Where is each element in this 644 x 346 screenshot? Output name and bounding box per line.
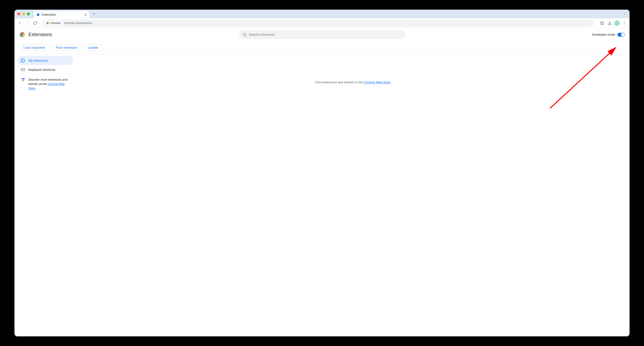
site-chip[interactable]: Chrome [44, 21, 62, 25]
url-text: chrome://extensions [64, 21, 92, 25]
window-controls [16, 12, 32, 15]
svg-point-7 [21, 33, 24, 36]
forward-button[interactable] [24, 20, 31, 26]
chrome-logo-icon [19, 32, 25, 37]
web-store-icon [21, 77, 26, 82]
svg-point-3 [624, 22, 625, 22]
update-button[interactable]: Update [84, 44, 102, 51]
bookmark-button[interactable] [599, 20, 606, 26]
reload-button[interactable] [32, 20, 38, 26]
page-title: Extensions [28, 32, 52, 37]
tab-title: Extensions [42, 13, 56, 16]
svg-point-4 [624, 23, 625, 23]
search-box[interactable] [239, 30, 405, 39]
content-body: My extensions Keyboard shortcuts Discove… [14, 54, 630, 336]
sidebar-item-keyboard-shortcuts[interactable]: Keyboard shortcuts [17, 65, 73, 74]
svg-point-12 [23, 80, 24, 81]
window-minimize-button[interactable] [22, 12, 25, 15]
window-close-button[interactable] [17, 12, 20, 15]
svg-rect-9 [21, 69, 25, 71]
main-content: Find extensions and themes in the Chrome… [76, 54, 630, 336]
developer-mode-label: Developer mode [592, 33, 615, 36]
back-button[interactable] [16, 20, 23, 26]
sidebar-item-my-extensions[interactable]: My extensions [17, 56, 73, 65]
developer-mode-control: Developer mode [592, 33, 625, 36]
svg-point-2 [47, 23, 48, 23]
address-bar[interactable]: Chrome chrome://extensions [42, 19, 594, 27]
profile-avatar[interactable] [614, 20, 620, 26]
site-chip-label: Chrome [50, 21, 60, 25]
search-icon [243, 33, 246, 36]
sidebar-item-label: My extensions [28, 59, 48, 62]
sidebar: My extensions Keyboard shortcuts Discove… [14, 54, 76, 336]
developer-mode-toggle[interactable] [618, 33, 625, 36]
developer-buttons-row: Load unpacked Pack extension Update [14, 41, 630, 54]
extension-icon [36, 13, 40, 17]
window-maximize-button[interactable] [27, 12, 30, 15]
search-input[interactable] [249, 33, 401, 36]
new-tab-button[interactable]: + [90, 10, 97, 17]
svg-point-8 [243, 33, 246, 36]
downloads-button[interactable] [606, 20, 613, 26]
tabs-dropdown-button[interactable] [622, 11, 628, 17]
close-tab-button[interactable]: ✕ [84, 13, 87, 17]
pack-extension-button[interactable]: Pack extension [52, 44, 81, 51]
browser-toolbar: Chrome chrome://extensions [14, 18, 630, 28]
browser-tab[interactable]: Extensions ✕ [34, 11, 89, 18]
sidebar-item-label: Keyboard shortcuts [28, 68, 56, 71]
keyboard-icon [21, 67, 25, 72]
svg-point-5 [624, 24, 625, 24]
empty-state-text: Find extensions and themes in the Chrome… [76, 80, 630, 84]
chrome-web-store-link[interactable]: Chrome Web Store [364, 80, 390, 84]
extension-icon [21, 58, 25, 63]
menu-button[interactable] [621, 20, 628, 26]
load-unpacked-button[interactable]: Load unpacked [19, 44, 49, 51]
sidebar-promo: Discover more extensions and themes on t… [17, 74, 73, 94]
chrome-icon [46, 22, 49, 24]
tab-strip: Extensions ✕ + [14, 10, 630, 18]
extensions-header: Extensions Developer mode [14, 28, 630, 41]
